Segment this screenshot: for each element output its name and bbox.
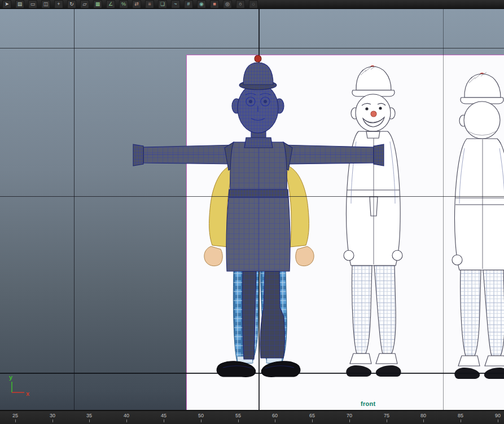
timeline-tick: 45: [161, 413, 166, 422]
timeline-tick-mark: [423, 419, 423, 422]
model-mesh: [133, 55, 384, 377]
timeline-tick-label: 90: [495, 413, 501, 418]
timeline-tick-mark: [497, 419, 498, 422]
timeline-tick-mark: [349, 419, 349, 422]
timeline-tick-label: 70: [347, 413, 352, 418]
timeline-tick-label: 25: [12, 413, 18, 418]
select-object-icon[interactable]: ➤: [2, 0, 11, 8]
timeline-tick-mark: [126, 419, 126, 422]
select-by-name-icon[interactable]: ▤: [15, 0, 24, 8]
timeline-tick-mark: [312, 419, 312, 422]
timeline-tick-label: 60: [272, 413, 278, 418]
axis-gizmo: y x: [7, 373, 34, 399]
timeline-tick: 80: [420, 413, 426, 422]
timeline-tick: 70: [347, 413, 352, 422]
timeline-tick: 85: [458, 413, 463, 422]
timeline-tick-label: 50: [198, 413, 204, 418]
timeline-tick: 65: [309, 413, 315, 422]
timeline-tick-label: 40: [124, 413, 129, 418]
curve-editor-icon[interactable]: ~: [171, 0, 180, 8]
timeline-tick: 25: [12, 413, 18, 422]
lock-selection-icon[interactable]: ○: [236, 0, 245, 8]
timeline-tick-mark: [52, 419, 52, 422]
timeline-tick: 40: [124, 413, 129, 422]
schematic-view-icon[interactable]: #: [184, 0, 193, 8]
selection-region-icon[interactable]: ▭: [28, 0, 37, 8]
scale-icon[interactable]: ▱: [80, 0, 89, 8]
timeline-tick-label: 55: [235, 413, 241, 418]
timeline-tick: 75: [384, 413, 389, 422]
timeline-tick: 30: [50, 413, 55, 422]
move-icon[interactable]: +: [54, 0, 63, 8]
layer-manager-icon[interactable]: ❏: [158, 0, 167, 8]
material-editor-icon[interactable]: ◉: [197, 0, 206, 8]
timeline-tick-mark: [163, 419, 164, 422]
timeline-tick-mark: [460, 419, 461, 422]
timeline-tick-mark: [89, 419, 89, 422]
percent-snap-icon[interactable]: %: [119, 0, 128, 8]
pivot-icon[interactable]: ◎: [223, 0, 232, 8]
toolbar: ➤▤▭◫+↻▱▦∠%⇄≡❏~#◉■◎○◌: [0, 0, 504, 9]
timeline-tick-label: 30: [50, 413, 55, 418]
timeline-tick-label: 65: [309, 413, 315, 418]
timeline-tick: 55: [235, 413, 241, 422]
timeline-tick-label: 75: [384, 413, 389, 418]
timeline-tick: 90: [495, 413, 501, 422]
window-crossing-icon[interactable]: ◫: [41, 0, 50, 8]
mirror-icon[interactable]: ⇄: [132, 0, 141, 8]
timeline-tick: 35: [86, 413, 92, 422]
timeline-tick-label: 35: [86, 413, 92, 418]
render-setup-icon[interactable]: ■: [210, 0, 219, 8]
axis-x-label: x: [26, 390, 30, 397]
app-window: ➤▤▭◫+↻▱▦∠%⇄≡❏~#◉■◎○◌: [0, 0, 504, 424]
named-sets-icon[interactable]: ◌: [249, 0, 258, 8]
timeline-tick-label: 85: [458, 413, 463, 418]
timeline-tick-mark: [238, 419, 238, 422]
rotate-icon[interactable]: ↻: [67, 0, 76, 8]
snap-toggle-icon[interactable]: ▦: [93, 0, 102, 8]
timeline-tick-mark: [15, 419, 15, 422]
timeline-tick-label: 45: [161, 413, 166, 418]
timeline-tick-label: 80: [420, 413, 426, 418]
angle-snap-icon[interactable]: ∠: [106, 0, 115, 8]
timeline-tick-mark: [386, 419, 387, 422]
timeline-tick-mark: [200, 419, 201, 422]
character-model[interactable]: [0, 0, 504, 424]
timeline-tick: 50: [198, 413, 204, 422]
timeline-tick: 60: [272, 413, 278, 422]
axis-y-label: y: [9, 374, 13, 381]
hat-topknot: [255, 55, 261, 62]
align-icon[interactable]: ≡: [145, 0, 154, 8]
timeline-ruler[interactable]: 25 30 35 40 45 50 55 60 65 70 75 80 85 9…: [0, 410, 504, 424]
timeline-tick-mark: [274, 419, 275, 422]
